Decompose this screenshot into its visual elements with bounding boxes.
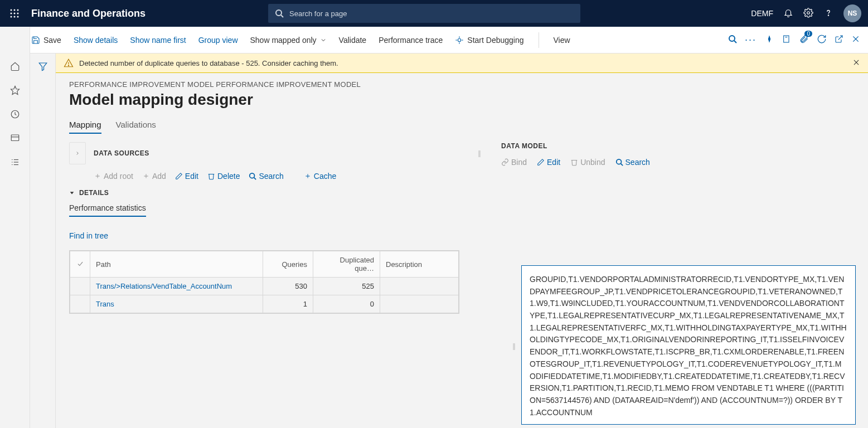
popout-icon[interactable] [835, 35, 843, 45]
save-label: Save [43, 36, 61, 45]
search-placeholder: Search for a page [289, 9, 347, 18]
warning-close-icon[interactable] [852, 59, 860, 68]
cell-duplicated: 525 [313, 278, 380, 295]
svg-point-5 [17, 13, 19, 14]
more-icon[interactable]: ··· [745, 34, 757, 46]
attachments-icon[interactable]: 0 [799, 34, 809, 46]
workspace-icon[interactable] [10, 133, 20, 145]
warning-bar: Detected number of duplicate queries to … [56, 54, 868, 73]
svg-point-1 [14, 9, 16, 11]
personalize-icon[interactable] [764, 34, 774, 46]
user-avatar[interactable]: NS [843, 4, 861, 22]
validate-button[interactable]: Validate [339, 36, 367, 45]
help-icon[interactable] [823, 8, 833, 20]
find-in-tree-link[interactable]: Find in tree [69, 231, 108, 240]
svg-rect-15 [11, 135, 19, 141]
breadcrumb: PERFORMANCE IMPROVEMENT MODEL PERFORMANC… [69, 80, 858, 89]
table-row[interactable]: Trans/>Relations/VendTable_AccountNum 53… [70, 278, 459, 295]
ds-search-button[interactable]: Search [249, 171, 283, 181]
add-button[interactable]: ＋ Add [142, 171, 166, 181]
cell-queries: 1 [263, 295, 313, 313]
performance-trace-button[interactable]: Performance trace [379, 36, 443, 45]
cell-duplicated: 0 [313, 295, 380, 313]
drag-handle-icon[interactable]: ‖ [478, 149, 481, 157]
company-code[interactable]: DEMF [751, 9, 773, 18]
data-source-types-expander[interactable] [69, 142, 86, 164]
svg-line-10 [281, 15, 283, 17]
start-debugging-button[interactable]: Start Debugging [455, 36, 523, 45]
show-mapped-only-label: Show mapped only [250, 36, 317, 45]
svg-point-44 [250, 173, 255, 178]
svg-marker-13 [11, 86, 19, 95]
gear-icon[interactable] [803, 8, 813, 20]
tab-mapping[interactable]: Mapping [69, 120, 101, 134]
col-description[interactable]: Description [380, 251, 459, 278]
cache-button[interactable]: ＋ Cache [304, 171, 336, 181]
svg-point-9 [276, 10, 282, 16]
path-link[interactable]: Trans [96, 300, 114, 308]
data-model-header: DATA MODEL [501, 142, 858, 150]
delete-button[interactable]: Delete [207, 171, 240, 181]
bell-icon[interactable] [783, 8, 793, 20]
bind-button[interactable]: Bind [501, 158, 527, 167]
tab-validations[interactable]: Validations [116, 120, 156, 134]
svg-point-41 [68, 65, 69, 66]
show-name-first-button[interactable]: Show name first [130, 36, 186, 45]
warning-icon [64, 58, 74, 68]
global-search[interactable]: Search for a page [268, 4, 580, 23]
cell-description [380, 295, 459, 313]
svg-point-26 [458, 38, 461, 41]
attachment-badge: 0 [804, 31, 812, 37]
cell-description [380, 278, 459, 295]
office-icon[interactable] [782, 35, 791, 45]
chevron-down-icon [320, 37, 327, 43]
svg-line-32 [734, 41, 736, 43]
col-path[interactable]: Path [90, 251, 263, 278]
statistics-grid: Path Queries Duplicated que… Description… [69, 250, 459, 314]
filter-icon[interactable] [38, 61, 48, 428]
svg-marker-46 [70, 192, 74, 194]
show-details-button[interactable]: Show details [74, 36, 118, 45]
add-root-button[interactable]: ＋ Add root [94, 171, 133, 181]
star-icon[interactable] [10, 85, 20, 97]
svg-point-2 [17, 9, 19, 11]
select-all-checkbox[interactable] [70, 251, 90, 278]
table-row[interactable]: Trans 1 0 [70, 295, 459, 313]
brand-title: Finance and Operations [31, 8, 146, 20]
svg-rect-34 [784, 36, 789, 42]
splitter-handle-icon[interactable]: ‖ [512, 342, 516, 350]
search-icon[interactable] [728, 35, 737, 45]
svg-line-45 [254, 178, 256, 180]
separator [539, 32, 539, 48]
path-link[interactable]: Trans/>Relations/VendTable_AccountNum [96, 282, 232, 290]
svg-marker-39 [39, 63, 47, 71]
view-button[interactable]: View [554, 36, 570, 45]
close-icon[interactable] [851, 35, 860, 45]
edit-button[interactable]: Edit [175, 171, 198, 181]
waffle-icon[interactable] [7, 9, 22, 18]
details-header[interactable]: DETAILS [69, 189, 484, 197]
dm-edit-button[interactable]: Edit [537, 158, 560, 167]
content: Detected number of duplicate queries to … [56, 54, 868, 428]
group-view-button[interactable]: Group view [198, 36, 238, 45]
dm-search-button[interactable]: Search [615, 158, 650, 167]
sql-text-area[interactable]: GROUPID,T1.VENDORPORTALADMINISTRATORRECI… [521, 265, 856, 425]
left-rail [0, 27, 30, 428]
modules-icon[interactable] [10, 157, 20, 169]
unbind-button[interactable]: Unbind [570, 158, 605, 167]
svg-point-11 [807, 11, 810, 14]
refresh-icon[interactable] [817, 34, 827, 46]
col-queries[interactable]: Queries [263, 251, 313, 278]
svg-point-12 [828, 14, 828, 15]
table-header-row: Path Queries Duplicated que… Description [70, 251, 459, 278]
home-icon[interactable] [10, 61, 20, 73]
col-duplicated[interactable]: Duplicated que… [313, 251, 380, 278]
clock-icon[interactable] [10, 109, 20, 121]
show-mapped-only-dropdown[interactable]: Show mapped only [250, 36, 327, 45]
chevron-down-icon [69, 190, 75, 196]
performance-statistics-tab[interactable]: Performance statistics [69, 203, 146, 217]
svg-marker-33 [768, 35, 771, 43]
save-button[interactable]: Save [31, 36, 61, 45]
top-nav: Finance and Operations Search for a page… [0, 0, 868, 27]
svg-point-47 [616, 159, 621, 164]
